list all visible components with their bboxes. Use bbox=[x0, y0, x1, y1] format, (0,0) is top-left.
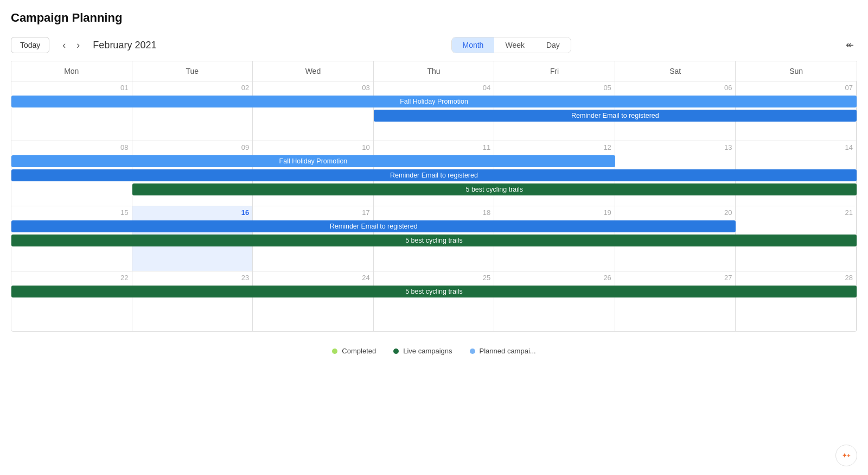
header-fri: Fri bbox=[494, 61, 615, 81]
legend: Completed Live campaigns Planned campai.… bbox=[11, 340, 857, 362]
day-24[interactable]: 24 bbox=[253, 271, 374, 331]
view-month-button[interactable]: Month bbox=[452, 37, 495, 53]
header-sat: Sat bbox=[615, 61, 736, 81]
view-day-button[interactable]: Day bbox=[535, 37, 571, 53]
event-reminder-w2[interactable]: Reminder Email to registered bbox=[11, 169, 857, 181]
filter-icon[interactable]: ↞ bbox=[843, 36, 857, 54]
legend-label-planned: Planned campai... bbox=[480, 347, 536, 355]
view-week-button[interactable]: Week bbox=[494, 37, 535, 53]
day-22[interactable]: 22 bbox=[11, 271, 132, 331]
header-thu: Thu bbox=[374, 61, 495, 81]
view-switcher: Month Week Day bbox=[451, 37, 571, 53]
day-01[interactable]: 01 bbox=[11, 81, 132, 141]
legend-dot-completed bbox=[332, 349, 337, 354]
header-sun: Sun bbox=[736, 61, 857, 81]
legend-dot-planned bbox=[470, 349, 475, 354]
day-25[interactable]: 25 bbox=[374, 271, 495, 331]
today-button[interactable]: Today bbox=[11, 37, 49, 53]
day-28[interactable]: 28 bbox=[736, 271, 857, 331]
legend-planned: Planned campai... bbox=[470, 347, 536, 355]
week-4: 22 23 24 25 26 27 28 5 best cycling trai… bbox=[11, 271, 857, 331]
toolbar: Today ‹ › February 2021 Month Week Day ↞ bbox=[11, 36, 857, 54]
legend-label-live: Live campaigns bbox=[403, 347, 452, 355]
header-mon: Mon bbox=[11, 61, 132, 81]
week-1: 01 02 03 04 05 06 07 Fall Holiday Promot… bbox=[11, 81, 857, 141]
day-23[interactable]: 23 bbox=[132, 271, 253, 331]
week-2: 08 09 10 11 12 13 14 Fall Holiday Promot… bbox=[11, 141, 857, 206]
header-tue: Tue bbox=[132, 61, 253, 81]
prev-button[interactable]: ‹ bbox=[58, 37, 70, 53]
page-title: Campaign Planning bbox=[11, 11, 857, 25]
event-reminder-w3[interactable]: Reminder Email to registered bbox=[11, 220, 736, 232]
legend-completed: Completed bbox=[332, 347, 376, 355]
event-cycling-w4[interactable]: 5 best cycling trails bbox=[11, 286, 857, 297]
event-cycling-w2[interactable]: 5 best cycling trails bbox=[132, 183, 857, 195]
month-year-label: February 2021 bbox=[93, 40, 180, 51]
calendar: Mon Tue Wed Thu Fri Sat Sun 01 02 03 04 … bbox=[11, 61, 857, 332]
legend-live: Live campaigns bbox=[393, 347, 452, 355]
legend-dot-live bbox=[393, 349, 399, 354]
day-02[interactable]: 02 bbox=[132, 81, 253, 141]
next-button[interactable]: › bbox=[72, 37, 84, 53]
calendar-header: Mon Tue Wed Thu Fri Sat Sun bbox=[11, 61, 857, 81]
brand-watermark: ✦+ bbox=[835, 445, 857, 466]
event-fall-holiday-w1[interactable]: Fall Holiday Promotion bbox=[11, 96, 857, 107]
event-reminder-w1[interactable]: Reminder Email to registered bbox=[374, 110, 857, 122]
nav-arrows: ‹ › bbox=[58, 37, 84, 53]
header-wed: Wed bbox=[253, 61, 374, 81]
day-03[interactable]: 03 bbox=[253, 81, 374, 141]
legend-label-completed: Completed bbox=[342, 347, 376, 355]
day-26[interactable]: 26 bbox=[494, 271, 615, 331]
brand-icon: ✦+ bbox=[842, 452, 850, 459]
event-cycling-w3[interactable]: 5 best cycling trails bbox=[11, 235, 857, 246]
week-3: 15 16 17 18 19 20 21 Reminder Email to r… bbox=[11, 206, 857, 271]
day-27[interactable]: 27 bbox=[615, 271, 736, 331]
event-fall-holiday-w2[interactable]: Fall Holiday Promotion bbox=[11, 155, 615, 167]
